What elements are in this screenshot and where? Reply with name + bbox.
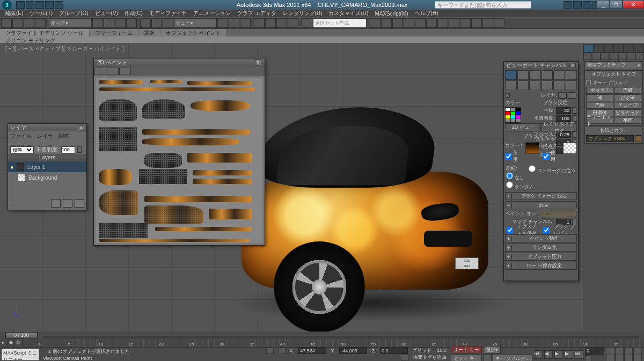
- menu-rendering[interactable]: レンダリング(R): [283, 10, 323, 17]
- tab-motion-icon[interactable]: [613, 44, 624, 53]
- plus-icon[interactable]: [506, 93, 510, 98]
- primitive-category-dropdown[interactable]: 標準プリミティブ▾: [584, 61, 643, 69]
- vc-tool-paint-icon[interactable]: [505, 70, 517, 80]
- trackbar-key-icon[interactable]: ◆: [8, 340, 15, 347]
- prim-円柱[interactable]: 円柱: [586, 102, 613, 109]
- cat-systems-icon[interactable]: [635, 53, 644, 60]
- layers-menu-layer[interactable]: レイヤ: [37, 132, 53, 140]
- minimize-button[interactable]: _: [597, 0, 610, 9]
- key-filters-button[interactable]: キー フィルタ...: [493, 355, 532, 361]
- prim-ボックス[interactable]: ボックス: [586, 87, 613, 94]
- vc-bi-mask-thumb[interactable]: [563, 142, 577, 154]
- spinner-snap-icon[interactable]: [288, 18, 298, 28]
- vc-roll-randomize[interactable]: +ランダム化: [505, 244, 577, 252]
- qat-redo-icon[interactable]: [55, 1, 63, 9]
- window-crossing-icon[interactable]: [126, 18, 137, 28]
- ribbon-tab-selection[interactable]: 選択: [138, 29, 160, 36]
- vc-tool-dodge-icon[interactable]: [517, 80, 529, 90]
- render-preset-icon[interactable]: [494, 18, 504, 28]
- isolate-icon[interactable]: [401, 355, 408, 361]
- vc-roll-tablet[interactable]: +タブレット圧力: [505, 253, 577, 261]
- menu-animation[interactable]: アニメーション: [193, 10, 231, 17]
- render-setup-icon[interactable]: [449, 18, 459, 28]
- time-config-icon[interactable]: [585, 355, 591, 362]
- prim-ジオ球[interactable]: ジオ球: [614, 94, 641, 101]
- key-mode-dropdown[interactable]: 選択 ▾: [483, 346, 501, 353]
- setkey-button[interactable]: セット キー: [451, 355, 482, 361]
- cat-helpers-icon[interactable]: [618, 53, 627, 60]
- use-center-icon[interactable]: [217, 18, 228, 28]
- layers-menu-file[interactable]: ファイル: [10, 132, 32, 140]
- blend-mode-dropdown[interactable]: 標準: [10, 146, 34, 153]
- vc-rot-none-radio[interactable]: [506, 172, 513, 179]
- undo-icon[interactable]: [1, 18, 12, 28]
- prim-チューブ[interactable]: チューブ: [614, 102, 641, 109]
- ribbon-tab-objectpaint[interactable]: オブジェクト ペイント: [160, 29, 226, 36]
- select-region-icon[interactable]: [115, 18, 126, 28]
- select-by-name-icon[interactable]: [104, 18, 114, 28]
- object-color-swatch[interactable]: [635, 135, 641, 142]
- vc-savetex-check[interactable]: [506, 227, 514, 233]
- edit-named-sel-icon[interactable]: [302, 18, 312, 28]
- vc-tool-smudge-icon[interactable]: [566, 70, 577, 80]
- menu-customize[interactable]: カスタマイズ(U): [328, 10, 368, 17]
- menu-maxscript[interactable]: MAXScript(M): [375, 11, 408, 17]
- infocenter-search[interactable]: [435, 1, 531, 9]
- curve-editor-icon[interactable]: [415, 18, 426, 28]
- layer-row-bg[interactable]: Background: [8, 172, 86, 183]
- redo-icon[interactable]: [12, 18, 23, 28]
- nav-pan-icon[interactable]: [606, 355, 614, 361]
- vc-tool-pick-icon[interactable]: [541, 80, 553, 90]
- trackbar-open-icon[interactable]: ▸: [0, 340, 8, 347]
- goto-start-icon[interactable]: ⏮: [534, 350, 543, 359]
- time-slider-thumb[interactable]: 0 / 100: [5, 332, 38, 338]
- window-viewport-canvas[interactable]: ビューポート キャンバス × レイヤ: カラー ブラシ: [503, 61, 579, 281]
- autogrid-check[interactable]: オート グリッド: [586, 79, 641, 87]
- scale-icon[interactable]: [163, 18, 173, 28]
- ribbon-toggle-icon[interactable]: [404, 18, 414, 28]
- tab-create-icon[interactable]: [583, 44, 594, 53]
- close-button[interactable]: ✕: [623, 0, 644, 9]
- vc-roll-settings[interactable]: –設定: [505, 201, 577, 209]
- vc-rot-stroke-radio[interactable]: [529, 165, 536, 172]
- menu-grapheditors[interactable]: グラフ エディタ: [237, 10, 276, 17]
- layer-dup-icon[interactable]: [63, 199, 72, 208]
- window-layers-close-icon[interactable]: ×: [78, 125, 84, 130]
- prim-ピラミッド[interactable]: ピラミッド: [614, 109, 641, 116]
- add-time-tag[interactable]: 時間タグを追加: [413, 354, 447, 361]
- cat-cameras-icon[interactable]: [609, 53, 618, 60]
- vc-bi-mask-use-check[interactable]: [543, 153, 550, 160]
- vc-tool-fill-icon[interactable]: [505, 80, 517, 90]
- cat-geometry-icon[interactable]: [583, 53, 592, 60]
- prim-円錐[interactable]: 円錐: [614, 87, 641, 94]
- vc-tool-a-icon[interactable]: [553, 80, 565, 90]
- render-iterative-icon[interactable]: [482, 18, 493, 28]
- vc-tool-clone-icon[interactable]: [529, 70, 541, 80]
- material-editor-icon[interactable]: [437, 18, 448, 28]
- layer-new-icon[interactable]: [51, 199, 61, 208]
- coord-y-input[interactable]: -44.003: [339, 347, 367, 354]
- rollout-objtype-header[interactable]: オブジェクト タイプ: [585, 71, 642, 78]
- viewport-label[interactable]: [ + ][ パースペクティブ ][ スムーズ + ハイライト ]: [5, 45, 124, 53]
- mirror-icon[interactable]: [370, 18, 380, 28]
- qat-undo-icon[interactable]: [45, 1, 54, 9]
- autokey-button[interactable]: オート キー: [451, 346, 482, 353]
- unlink-icon[interactable]: [35, 18, 46, 28]
- trackbar-filter-icon[interactable]: ▤: [15, 340, 23, 347]
- object-name-input[interactable]: [586, 135, 634, 142]
- vc-tool-burn-icon[interactable]: [529, 80, 541, 90]
- paint2d-view-icon[interactable]: [107, 68, 119, 75]
- vc-roll-brushimg[interactable]: +ブラシ イメージ 設定: [505, 192, 577, 200]
- vc-roll-loadsave[interactable]: +ロード/保存設定: [505, 262, 577, 270]
- app-menu-button[interactable]: 3: [2, 0, 12, 10]
- nav-maximize-icon[interactable]: [633, 355, 642, 361]
- abs-rel-icon[interactable]: [278, 348, 286, 354]
- window-2d-paint-titlebar[interactable]: 2D ペイント ×: [94, 58, 265, 67]
- coord-z-input[interactable]: 0.0: [380, 347, 408, 354]
- key-big-icon[interactable]: [483, 354, 492, 361]
- vc-param-input[interactable]: [556, 107, 571, 114]
- vc-rot-random-radio[interactable]: [506, 181, 513, 188]
- menu-help[interactable]: ヘルプ(H): [415, 10, 438, 17]
- vc-brushpreview-check[interactable]: [542, 227, 551, 233]
- rendered-frame-icon[interactable]: [460, 18, 471, 28]
